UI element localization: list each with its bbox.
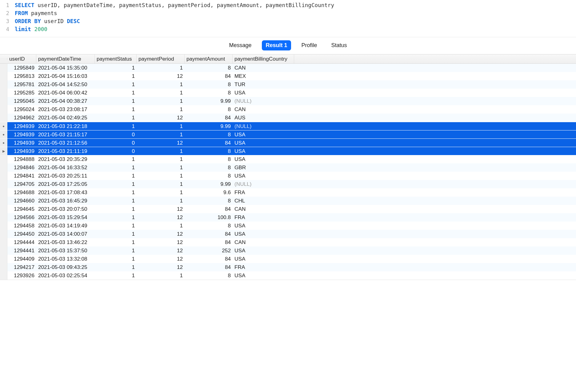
cell-country[interactable]: FRA — [233, 189, 294, 196]
cell-period[interactable]: 1 — [137, 65, 185, 71]
cell-period[interactable]: 1 — [137, 164, 185, 171]
cell-status[interactable]: 1 — [95, 247, 137, 254]
cell-datetime[interactable]: 2021-05-03 16:45:29 — [36, 198, 95, 204]
cell-datetime[interactable]: 2021-05-03 13:46:22 — [36, 239, 95, 246]
row-marker[interactable] — [0, 89, 7, 97]
cell-datetime[interactable]: 2021-05-03 15:37:50 — [36, 247, 95, 254]
cell-status[interactable]: 1 — [95, 264, 137, 270]
cell-period[interactable]: 1 — [137, 123, 185, 130]
editor-line[interactable]: 2FROM payments — [0, 9, 576, 17]
cell-country[interactable]: USA — [233, 90, 294, 96]
cell-period[interactable]: 1 — [137, 90, 185, 96]
cell-amount[interactable]: 8 — [185, 272, 233, 279]
tab-message[interactable]: Message — [225, 40, 255, 50]
cell-period[interactable]: 1 — [137, 173, 185, 179]
cell-amount[interactable]: 84 — [185, 256, 233, 262]
cell-datetime[interactable]: 2021-05-04 16:33:52 — [36, 164, 95, 171]
cell-datetime[interactable]: 2021-05-03 17:08:43 — [36, 189, 95, 196]
row-marker[interactable] — [0, 238, 7, 246]
cell-datetime[interactable]: 2021-05-03 17:25:05 — [36, 181, 95, 187]
cell-userid[interactable]: 1294939 — [7, 148, 36, 154]
cell-datetime[interactable]: 2021-05-03 21:11:19 — [36, 148, 95, 154]
row-marker[interactable] — [0, 114, 7, 122]
row-marker[interactable] — [0, 172, 7, 180]
code-line[interactable]: SELECT userID, paymentDateTime, paymentS… — [15, 1, 576, 9]
cell-datetime[interactable]: 2021-05-03 20:35:29 — [36, 156, 95, 162]
table-row[interactable]: 12946452021-05-03 20:07:5011284CAN — [0, 205, 576, 213]
table-row[interactable]: 12939262021-05-03 02:25:54118USA — [0, 271, 576, 280]
editor-line[interactable]: 4limit 2000 — [0, 25, 576, 33]
cell-status[interactable]: 0 — [95, 140, 137, 146]
row-marker[interactable] — [0, 180, 7, 188]
cell-country[interactable]: USA — [233, 247, 294, 254]
cell-status[interactable]: 1 — [95, 123, 137, 130]
cell-country[interactable]: GBR — [233, 164, 294, 171]
col-header[interactable]: paymentBillingCountry — [233, 54, 294, 63]
cell-datetime[interactable]: 2021-05-04 15:35:00 — [36, 65, 95, 71]
cell-status[interactable]: 1 — [95, 106, 137, 113]
code-line[interactable]: FROM payments — [15, 9, 576, 17]
cell-amount[interactable]: 84 — [185, 206, 233, 212]
cell-period[interactable]: 1 — [137, 98, 185, 104]
cell-userid[interactable]: 1294841 — [7, 173, 36, 179]
cell-amount[interactable]: 8 — [185, 90, 233, 96]
cell-period[interactable]: 1 — [137, 222, 185, 229]
cell-amount[interactable]: 252 — [185, 247, 233, 254]
cell-amount[interactable]: 84 — [185, 264, 233, 270]
cell-amount[interactable]: 84 — [185, 114, 233, 121]
cell-amount[interactable]: 8 — [185, 173, 233, 179]
table-row[interactable]: 12949622021-05-04 02:49:2511284AUS — [0, 114, 576, 122]
grid-body[interactable]: 12958492021-05-04 15:35:00118CAN12958132… — [0, 64, 576, 280]
cell-userid[interactable]: 1294566 — [7, 214, 36, 221]
cell-country[interactable]: FRA — [233, 264, 294, 270]
cell-status[interactable]: 1 — [95, 156, 137, 162]
cell-amount[interactable]: 8 — [185, 65, 233, 71]
cell-status[interactable]: 1 — [95, 181, 137, 187]
editor-line[interactable]: 3ORDER BY userID DESC — [0, 17, 576, 25]
cell-country[interactable]: USA — [233, 148, 294, 154]
cell-amount[interactable]: 8 — [185, 164, 233, 171]
table-row[interactable]: 12945662021-05-03 15:29:54112100.8FRA — [0, 213, 576, 222]
table-row[interactable]: 12944502021-05-03 14:00:0711284USA — [0, 230, 576, 238]
cell-country[interactable]: TUR — [233, 81, 294, 88]
tab-status[interactable]: Status — [328, 40, 351, 50]
cell-userid[interactable]: 1294217 — [7, 264, 36, 270]
cell-status[interactable]: 1 — [95, 173, 137, 179]
cell-amount[interactable]: 8 — [185, 131, 233, 138]
table-row[interactable]: 12950452021-05-04 00:38:27119.99(NULL) — [0, 97, 576, 105]
code-line[interactable]: limit 2000 — [15, 25, 576, 33]
cell-status[interactable]: 1 — [95, 272, 137, 279]
cell-period[interactable]: 1 — [137, 106, 185, 113]
cell-country[interactable]: USA — [233, 131, 294, 138]
cell-amount[interactable]: 8 — [185, 156, 233, 162]
table-row[interactable]: ●12949392021-05-03 21:15:17018USA — [0, 130, 576, 138]
cell-datetime[interactable]: 2021-05-03 09:43:25 — [36, 264, 95, 270]
table-row[interactable]: 12944412021-05-03 15:37:50112252USA — [0, 246, 576, 255]
cell-amount[interactable]: 9.99 — [185, 98, 233, 104]
cell-userid[interactable]: 1294409 — [7, 256, 36, 262]
cell-period[interactable]: 12 — [137, 239, 185, 246]
col-header[interactable]: paymentStatus — [95, 54, 137, 63]
cell-datetime[interactable]: 2021-05-03 23:08:17 — [36, 106, 95, 113]
cell-period[interactable]: 1 — [137, 131, 185, 138]
cell-amount[interactable]: 8 — [185, 106, 233, 113]
cell-country[interactable]: USA — [233, 222, 294, 229]
cell-amount[interactable]: 8 — [185, 198, 233, 204]
cell-userid[interactable]: 1295024 — [7, 106, 36, 113]
cell-userid[interactable]: 1295781 — [7, 81, 36, 88]
cell-userid[interactable]: 1294939 — [7, 131, 36, 138]
cell-userid[interactable]: 1293926 — [7, 272, 36, 279]
col-header[interactable]: paymentPeriod — [137, 54, 185, 63]
editor-line[interactable]: 1SELECT userID, paymentDateTime, payment… — [0, 1, 576, 9]
cell-status[interactable]: 1 — [95, 164, 137, 171]
table-row[interactable]: 12946882021-05-03 17:08:43119.6FRA — [0, 188, 576, 197]
cell-amount[interactable]: 84 — [185, 73, 233, 79]
row-marker[interactable] — [0, 271, 7, 280]
cell-datetime[interactable]: 2021-05-03 13:32:08 — [36, 256, 95, 262]
cell-country[interactable]: AUS — [233, 114, 294, 121]
row-marker[interactable] — [0, 163, 7, 172]
cell-userid[interactable]: 1294660 — [7, 198, 36, 204]
row-marker[interactable] — [0, 255, 7, 263]
cell-userid[interactable]: 1295849 — [7, 65, 36, 71]
cell-status[interactable]: 1 — [95, 114, 137, 121]
